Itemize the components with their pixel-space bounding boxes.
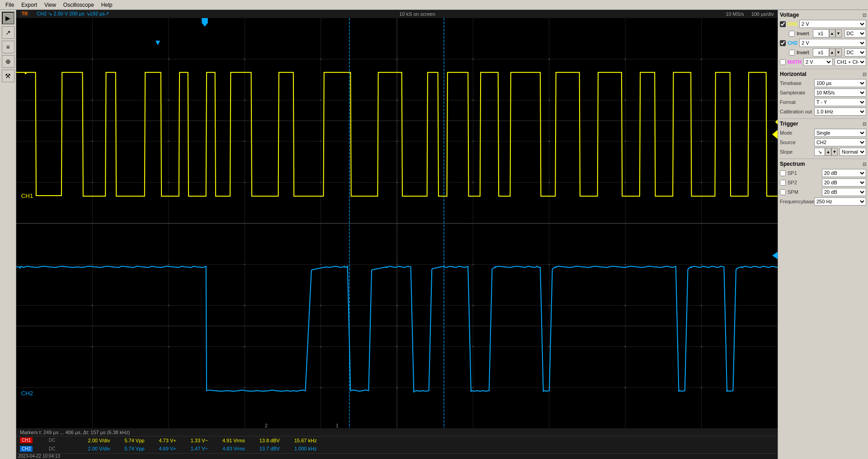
trigger-source-row: Source CH2 CH1 <box>780 138 866 146</box>
ch2-probe-down[interactable]: ▼ <box>835 48 842 56</box>
ch1-vminus: 1.33 V~ <box>191 438 208 443</box>
ch2-coupling-select[interactable]: DC AC GND <box>844 48 866 56</box>
ch1-probe-input[interactable] <box>813 29 829 37</box>
waveform-svg: CH1 CH2 2 1 <box>16 18 778 429</box>
ch1-row: CH1 2 V 1 V 500 mV 200 mV 100 mV 50 mV <box>780 20 866 28</box>
slope-icon-input[interactable] <box>814 148 825 156</box>
ch1-probe-down[interactable]: ▼ <box>835 29 842 37</box>
calibration-row: Calibration out 1.0 kHz 100 Hz <box>780 108 866 116</box>
calibration-label: Calibration out <box>780 109 812 114</box>
menu-file[interactable]: File <box>2 1 18 9</box>
ch2-vrms: 4.83 Vrms <box>222 446 245 451</box>
sp2-select[interactable]: 20 dB 10 dB <box>822 178 866 187</box>
format-row: Format T - Y X - Y <box>780 98 866 106</box>
menu-view[interactable]: View <box>41 1 60 9</box>
trigger-slope-row: Slope ▲ ▼ Normal Single <box>780 148 866 156</box>
measure-tool-button[interactable]: ≡ <box>2 41 14 53</box>
ch1-checkbox[interactable] <box>780 21 786 27</box>
ch1-measurements-row: CH1 DC 2.00 V/div 5.74 Vpp 4.73 V+ 1.33 … <box>16 436 778 445</box>
ch1-channel-label: CH1 <box>788 21 797 27</box>
sp2-row: SP2 20 dB 10 dB <box>780 178 866 187</box>
spm-checkbox[interactable] <box>780 189 786 195</box>
freqbase-row: Frequencybase 250 Hz 500 Hz 1 kHz <box>780 197 866 206</box>
ch2-invert-checkbox[interactable] <box>789 50 795 56</box>
ch2-vpp: 5.74 Vpp <box>124 446 144 451</box>
spm-select[interactable]: 20 dB 10 dB <box>822 188 866 196</box>
voltage-settings-icon[interactable]: ⊡ <box>863 13 866 18</box>
waveform-display[interactable]: CH1 CH2 2 1 <box>16 18 778 429</box>
voltage-section-title: Voltage ⊡ <box>780 12 866 18</box>
ch1-freq: 15.67 kHz <box>294 438 317 443</box>
trigger-position-marker <box>156 41 160 45</box>
ch2-badge: CH2 <box>20 446 33 452</box>
ch1-vdiv: 2.00 V/div <box>88 438 110 443</box>
trigger-slope-label: Slope <box>780 149 812 155</box>
horizontal-settings-icon[interactable]: ⊡ <box>863 72 866 77</box>
slope-icon-group: ▲ ▼ <box>814 148 838 156</box>
ch2-voltage-select[interactable]: 2 V 1 V 500 mV 200 mV <box>799 39 866 47</box>
calibration-select[interactable]: 1.0 kHz 100 Hz <box>814 108 866 116</box>
ch1-invert-checkbox[interactable] <box>789 31 795 37</box>
sp1-checkbox[interactable] <box>780 170 786 176</box>
timestamp-text: 2023-04-22 10:04:13 <box>18 454 60 459</box>
timebase-select[interactable]: 100 µs 200 µs 500 µs 1 ms <box>814 79 866 87</box>
format-select[interactable]: T - Y X - Y <box>814 98 866 106</box>
menu-bar: File Export View Oscilloscope Help <box>0 0 868 10</box>
freqbase-label: Frequencybase <box>780 199 812 204</box>
ch1-voltage-select[interactable]: 2 V 1 V 500 mV 200 mV 100 mV 50 mV <box>799 20 866 28</box>
math-channel-label: MATH <box>788 59 802 65</box>
menu-export[interactable]: Export <box>18 1 41 9</box>
menu-oscilloscope[interactable]: Oscilloscope <box>60 1 98 9</box>
markers-status-bar: Markers t: 249 µs ... 406 µs, Δt: 157 µs… <box>16 428 778 436</box>
zoom-tool-button[interactable]: ⊕ <box>2 55 14 68</box>
spectrum-section-title: Spectrum ⊡ <box>780 161 866 167</box>
trigger-label: TR <box>20 11 29 17</box>
trigger-source-select[interactable]: CH2 CH1 <box>814 138 866 146</box>
samplerate-row: Samplerate 10 MS/s 5 MS/s 1 MS/s <box>780 89 866 97</box>
ch2-checkbox[interactable] <box>780 40 786 46</box>
slope-up[interactable]: ▲ <box>825 148 831 156</box>
ch2-channel-label: CH2 <box>788 40 797 46</box>
ch2-probe-up[interactable]: ▲ <box>829 48 835 56</box>
spm-row: SPM 20 dB 10 dB <box>780 188 866 196</box>
ch2-vdiv: 2.00 V/div <box>88 446 110 451</box>
main-layout: ▶ ↗ ≡ ⊕ ⚒ TR CH2 ↘ 2.50 V 200 µs ↘192 µs… <box>0 10 868 459</box>
math-row: MATH 2 V CH1 + CH2 CH1 - CH2 CH2 - CH1 <box>780 58 866 66</box>
ch2-probe-input[interactable] <box>813 48 829 56</box>
format-label: Format <box>780 99 812 105</box>
ks-on-screen: 10 kS on screen <box>116 11 718 17</box>
ch1-coupling-select[interactable]: DC AC GND <box>844 29 866 37</box>
ch2-row: CH2 2 V 1 V 500 mV 200 mV <box>780 39 866 47</box>
math-voltage-select[interactable]: 2 V <box>803 58 833 66</box>
trigger-section-title: Trigger ⊡ <box>780 121 866 127</box>
math-formula-select[interactable]: CH1 + CH2 CH1 - CH2 CH2 - CH1 <box>835 58 866 66</box>
samplerate-select[interactable]: 10 MS/s 5 MS/s 1 MS/s <box>814 89 866 97</box>
ch2-freq: 1.000 kHz <box>294 446 317 451</box>
trigger-slope-select[interactable]: Normal Single <box>840 148 866 156</box>
cursor-tool-button[interactable]: ↗ <box>2 26 14 39</box>
trigger-settings-icon[interactable]: ⊡ <box>863 122 866 126</box>
ch1-invert-label: Invert <box>797 31 809 36</box>
trigger-mode-select[interactable]: Single Normal Auto <box>814 129 866 137</box>
menu-help[interactable]: Help <box>98 1 116 9</box>
freqbase-select[interactable]: 250 Hz 500 Hz 1 kHz <box>814 197 866 206</box>
spectrum-settings-icon[interactable]: ⊡ <box>863 162 866 167</box>
ch2-vminus: 1.47 V~ <box>191 446 208 451</box>
sp1-select[interactable]: 20 dB 10 dB <box>822 169 866 177</box>
measurement-bar: CH1 DC 2.00 V/div 5.74 Vpp 4.73 V+ 1.33 … <box>16 436 778 453</box>
ch1-vpp: 5.74 Vpp <box>124 438 144 443</box>
ch2-invert-label: Invert <box>797 50 809 55</box>
ch2-info-label: CH2 ↘ 2.50 V 200 µs ↘192 µs↗ <box>37 11 109 17</box>
timestamp-bar: 2023-04-22 10:04:13 <box>16 453 778 459</box>
ch1-probe-up[interactable]: ▲ <box>829 29 835 37</box>
trigger-divider <box>780 159 866 159</box>
math-checkbox[interactable] <box>780 59 786 65</box>
run-stop-button[interactable]: ▶ <box>2 12 14 24</box>
right-settings-panel: Voltage ⊡ CH1 2 V 1 V 500 mV 200 mV 100 … <box>778 10 868 459</box>
sp2-checkbox[interactable] <box>780 180 786 186</box>
math-tool-button[interactable]: ⚒ <box>2 70 14 82</box>
timebase-row: Timebase 100 µs 200 µs 500 µs 1 ms <box>780 79 866 87</box>
slope-down[interactable]: ▼ <box>831 148 838 156</box>
sample-rate-display: 10 MS/s <box>726 11 744 17</box>
trigger-mode-label: Mode <box>780 130 812 136</box>
